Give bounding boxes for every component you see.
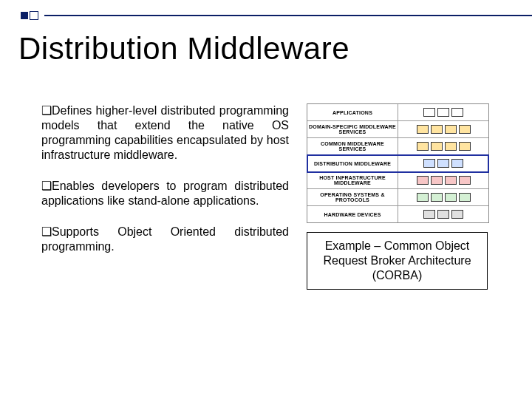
- bar-icon: [459, 176, 471, 185]
- layer-label: HOST INFRASTRUCTURE MIDDLEWARE: [307, 172, 398, 188]
- layer-label: COMMON MIDDLEWARE SERVICES: [307, 138, 398, 154]
- bar-icon: [431, 176, 443, 185]
- decor-square-filled: [21, 12, 28, 19]
- diagram-layer: HARDWARE DEVICES: [307, 206, 488, 222]
- bullet-icon: ❑: [41, 103, 52, 118]
- layer-icons: [398, 121, 488, 137]
- hw-icon: [437, 210, 449, 219]
- os-icon: [445, 193, 457, 202]
- decor-line: [44, 15, 532, 16]
- layer-label: DISTRIBUTION MIDDLEWARE: [307, 155, 398, 171]
- os-icon: [459, 193, 471, 202]
- slide: Distribution Middleware ❑Defines higher-…: [0, 0, 532, 399]
- layer-icons: [398, 172, 488, 188]
- os-icon: [431, 193, 443, 202]
- header-decoration: [21, 12, 532, 19]
- app-icon: [437, 108, 449, 117]
- bullet-icon: ❑: [41, 179, 52, 194]
- app-icon: [423, 108, 435, 117]
- paragraph-text: Enables developers to program distribute…: [41, 180, 289, 207]
- bar-icon: [417, 176, 429, 185]
- stk-icon: [451, 159, 463, 168]
- slide-body: ❑Defines higher-level distributed progra…: [41, 103, 508, 377]
- figure-column: APPLICATIONSDOMAIN-SPECIFIC MIDDLEWARE S…: [307, 103, 488, 377]
- layer-icons: [398, 138, 488, 154]
- stk-icon: [437, 159, 449, 168]
- paragraph-text: Supports Object Oriented distributed pro…: [41, 225, 289, 253]
- bar-icon: [445, 176, 457, 185]
- layer-icons: [398, 104, 488, 120]
- diagram-layer: OPERATING SYSTEMS & PROTOCOLS: [307, 189, 488, 206]
- figure-caption: Example – Common Object Request Broker A…: [307, 232, 488, 290]
- bullet-icon: ❑: [41, 225, 52, 239]
- hw-icon: [451, 210, 463, 219]
- svc-icon: [445, 142, 457, 151]
- app-icon: [451, 108, 463, 117]
- decor-square-outline: [30, 11, 38, 20]
- svc-icon: [417, 142, 429, 151]
- bullet-paragraph: ❑Supports Object Oriented distributed pr…: [41, 225, 289, 254]
- stk-icon: [423, 159, 435, 168]
- slide-title: Distribution Middleware: [18, 31, 349, 66]
- diagram-layer: APPLICATIONS: [307, 104, 488, 121]
- diagram-layer: COMMON MIDDLEWARE SERVICES: [307, 138, 488, 155]
- layer-icons: [398, 206, 488, 222]
- diagram-layer: DISTRIBUTION MIDDLEWARE: [307, 155, 488, 172]
- svc-icon: [417, 125, 429, 134]
- layer-label: DOMAIN-SPECIFIC MIDDLEWARE SERVICES: [307, 121, 398, 137]
- diagram-layer: HOST INFRASTRUCTURE MIDDLEWARE: [307, 172, 488, 189]
- layer-label: HARDWARE DEVICES: [307, 206, 398, 222]
- os-icon: [417, 193, 429, 202]
- bullet-paragraph: ❑Enables developers to program distribut…: [41, 179, 289, 208]
- diagram-layer: DOMAIN-SPECIFIC MIDDLEWARE SERVICES: [307, 121, 488, 138]
- layer-label: OPERATING SYSTEMS & PROTOCOLS: [307, 189, 398, 205]
- hw-icon: [423, 210, 435, 219]
- bullet-paragraph: ❑Defines higher-level distributed progra…: [41, 103, 289, 163]
- svc-icon: [459, 142, 471, 151]
- svc-icon: [431, 125, 443, 134]
- svc-icon: [445, 125, 457, 134]
- paragraph-text: Defines higher-level distributed program…: [41, 104, 289, 161]
- svc-icon: [459, 125, 471, 134]
- svc-icon: [431, 142, 443, 151]
- layer-icons: [398, 155, 488, 171]
- layer-label: APPLICATIONS: [307, 104, 398, 120]
- middleware-stack-diagram: APPLICATIONSDOMAIN-SPECIFIC MIDDLEWARE S…: [307, 103, 489, 223]
- layer-icons: [398, 189, 488, 205]
- text-column: ❑Defines higher-level distributed progra…: [41, 103, 289, 377]
